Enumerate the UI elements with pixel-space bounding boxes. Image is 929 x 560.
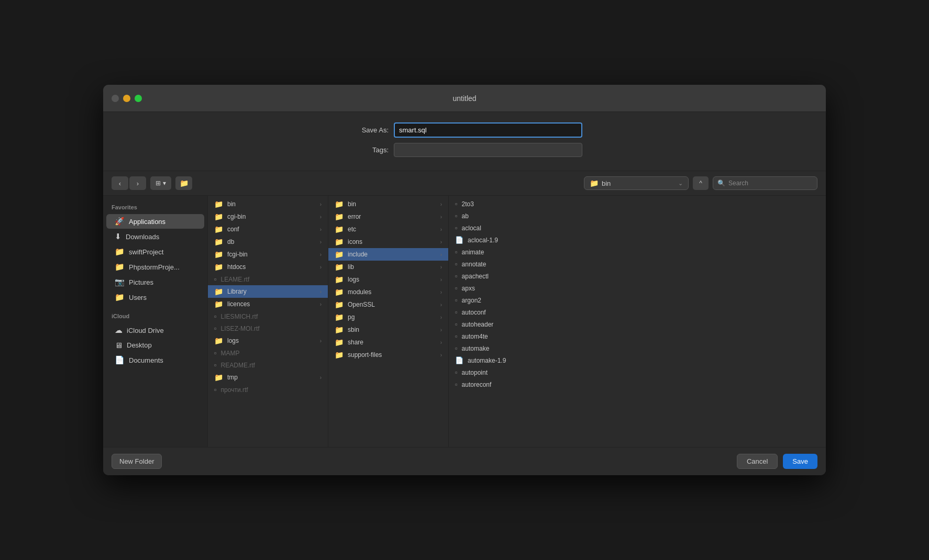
list-item[interactable]: ▫LEAME.rtf [208,273,328,285]
list-item[interactable]: 📁fcgi-bin› [208,248,328,261]
traffic-lights [112,95,142,102]
sidebar-item-downloads[interactable]: ⬇ Downloads [106,229,204,244]
chevron-right-icon: › [440,277,442,283]
list-item[interactable]: 📁bin› [328,198,448,210]
list-item[interactable]: 📄aclocal-1.9 [449,234,569,246]
sidebar-item-documents[interactable]: 📄 Documents [106,353,204,367]
file-name: autoreconf [462,381,563,388]
list-item[interactable]: 📁licences› [208,298,328,310]
chevron-right-icon: › [440,327,442,333]
file-icon: ▫ [214,386,217,394]
folder-icon: 📁 [214,300,223,308]
list-item[interactable]: ▫autoconf [449,306,569,318]
file-name: bin [227,200,316,208]
action-buttons: Cancel Save [737,454,817,469]
list-item[interactable]: 📁conf› [208,223,328,236]
list-item[interactable]: ▫прочти.rtf [208,384,328,396]
list-item[interactable]: 📁Library› [208,285,328,298]
new-folder-button[interactable]: New Folder [112,454,162,469]
tags-input[interactable] [394,143,582,157]
list-item[interactable]: ▫autoreconf [449,378,569,390]
toolbar: ‹ › ⊞ ▾ 📁 📁 bin ⌄ ^ 🔍 [103,171,826,196]
forward-button[interactable]: › [129,176,146,190]
list-item[interactable]: 📁logs› [208,334,328,347]
save-button[interactable]: Save [783,454,817,469]
list-item[interactable]: 📁logs› [328,273,448,286]
list-item[interactable]: 📁etc› [328,223,448,236]
location-selector[interactable]: 📁 bin ⌄ [584,176,689,190]
list-item[interactable]: 📁htdocs› [208,261,328,273]
list-item[interactable]: ▫argon2 [449,294,569,306]
sidebar-item-icloud-drive[interactable]: ☁ iCloud Drive [106,323,204,338]
list-item[interactable]: 📁modules› [328,286,448,298]
maximize-button[interactable] [135,95,142,102]
list-item[interactable]: ▫ab [449,210,569,222]
grid-icon: ⊞ [156,180,161,187]
list-item[interactable]: ▫automake [449,342,569,354]
list-item[interactable]: ▫README.rtf [208,359,328,371]
sidebar-item-pictures[interactable]: 📷 Pictures [106,275,204,289]
file-icon: ▫ [455,320,458,328]
list-item[interactable]: ▫apxs [449,282,569,294]
list-item[interactable]: ▫LISEZ-MOI.rtf [208,322,328,334]
folder-plus-icon: 📁 [180,179,189,187]
documents-icon: 📄 [115,355,125,365]
sidebar-item-applications[interactable]: 🚀 Applications [106,214,204,229]
list-item[interactable]: 📁include› [328,248,448,261]
list-item[interactable]: ▫autom4te [449,330,569,342]
search-input[interactable] [728,180,807,187]
list-item[interactable]: ▫aclocal [449,222,569,234]
tags-row: Tags: [124,143,805,157]
sidebar-item-users[interactable]: 📁 Users [106,290,204,305]
list-item[interactable]: ▫LIESMICH.rtf [208,310,328,322]
list-item[interactable]: 📁pg› [328,311,448,323]
icloud-drive-icon: ☁ [115,326,123,335]
close-button[interactable] [112,95,119,102]
list-item[interactable]: 📁error› [328,210,448,223]
sidebar-item-swiftproject[interactable]: 📁 swiftProject [106,244,204,259]
new-folder-toolbar-button[interactable]: 📁 [175,176,192,190]
list-item[interactable]: 📁lib› [328,261,448,273]
sidebar-item-phpstorm[interactable]: 📁 PhpstormProje... [106,260,204,274]
list-item[interactable]: ▫autoheader [449,318,569,330]
list-item[interactable]: ▫autopoint [449,366,569,378]
sidebar-item-desktop[interactable]: 🖥 Desktop [106,338,204,352]
pictures-icon: 📷 [115,277,125,287]
file-name: MAMP [221,350,322,357]
search-box[interactable]: 🔍 [713,176,817,190]
list-item[interactable]: ▫apachectl [449,270,569,282]
list-item[interactable]: 📁OpenSSL› [328,298,448,311]
minimize-button[interactable] [123,95,130,102]
list-item[interactable]: ▫animate [449,246,569,258]
expand-button[interactable]: ^ [693,176,709,190]
list-item[interactable]: 📁sbin› [328,323,448,336]
list-item[interactable]: 📁bin› [208,198,328,210]
folder-icon: 📁 [214,200,223,208]
cancel-button[interactable]: Cancel [737,454,778,469]
list-item[interactable]: ▫2to3 [449,198,569,210]
list-item[interactable]: ▫MAMP [208,347,328,359]
list-item[interactable]: 📁support-files› [328,349,448,361]
list-item[interactable]: 📁tmp› [208,371,328,384]
list-item[interactable]: 📁db› [208,236,328,248]
list-item[interactable]: 📁share› [328,336,448,349]
list-item[interactable]: ▫annotate [449,258,569,270]
list-item[interactable]: 📁icons› [328,236,448,248]
list-item[interactable]: 📁cgi-bin› [208,210,328,223]
folder-icon: 📁 [214,373,223,382]
file-name: db [227,238,316,245]
list-item[interactable]: 📄automake-1.9 [449,354,569,366]
file-column-1: 📁bin›📁cgi-bin›📁conf›📁db›📁fcgi-bin›📁htdoc… [208,196,328,447]
desktop-icon: 🖥 [115,341,123,350]
file-name: bin [348,200,436,208]
file-icon: ▫ [455,296,458,304]
chevron-right-icon: › [440,214,442,220]
back-button[interactable]: ‹ [112,176,128,190]
file-name: autoheader [462,321,563,328]
file-name: apxs [462,285,563,292]
save-as-input[interactable] [394,122,582,138]
file-icon: ▫ [214,275,217,283]
icloud-label: iCloud [103,311,207,322]
file-name: fcgi-bin [227,251,316,258]
view-toggle-button[interactable]: ⊞ ▾ [150,176,171,190]
